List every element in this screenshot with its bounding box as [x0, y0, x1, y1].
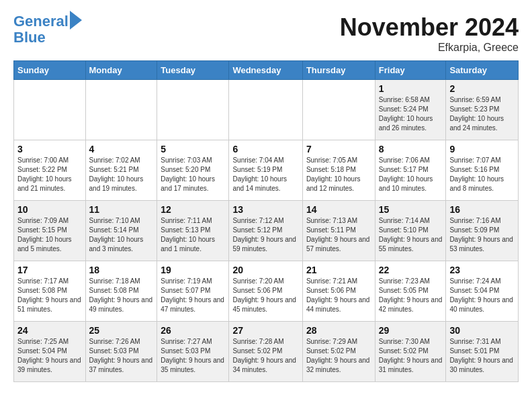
day-info: Sunrise: 6:58 AM Sunset: 5:24 PM Dayligh… — [379, 95, 443, 133]
calendar-cell: 21Sunrise: 7:21 AM Sunset: 5:06 PM Dayli… — [302, 261, 375, 322]
day-info: Sunrise: 6:59 AM Sunset: 5:23 PM Dayligh… — [449, 95, 515, 133]
day-info: Sunrise: 7:02 AM Sunset: 5:21 PM Dayligh… — [89, 156, 154, 193]
calendar-cell: 17Sunrise: 7:17 AM Sunset: 5:08 PM Dayli… — [14, 261, 86, 322]
calendar-cell: 27Sunrise: 7:28 AM Sunset: 5:02 PM Dayli… — [229, 322, 302, 382]
day-number: 8 — [379, 144, 443, 154]
day-info: Sunrise: 7:07 AM Sunset: 5:16 PM Dayligh… — [449, 156, 515, 193]
day-number: 15 — [379, 204, 443, 215]
calendar-week-row: 3Sunrise: 7:00 AM Sunset: 5:22 PM Daylig… — [14, 140, 519, 201]
day-info: Sunrise: 7:29 AM Sunset: 5:02 PM Dayligh… — [306, 337, 371, 375]
calendar-cell — [229, 80, 302, 140]
day-number: 1 — [379, 83, 443, 94]
calendar-week-row: 10Sunrise: 7:09 AM Sunset: 5:15 PM Dayli… — [14, 201, 519, 261]
calendar-cell: 29Sunrise: 7:30 AM Sunset: 5:02 PM Dayli… — [375, 322, 446, 382]
day-info: Sunrise: 7:30 AM Sunset: 5:02 PM Dayligh… — [379, 337, 443, 375]
weekday-header: Tuesday — [157, 61, 229, 80]
calendar-cell — [85, 80, 157, 140]
day-info: Sunrise: 7:20 AM Sunset: 5:06 PM Dayligh… — [232, 277, 298, 314]
calendar-cell: 6Sunrise: 7:04 AM Sunset: 5:19 PM Daylig… — [229, 140, 302, 201]
day-number: 12 — [161, 204, 225, 215]
calendar-cell: 30Sunrise: 7:31 AM Sunset: 5:01 PM Dayli… — [446, 322, 519, 382]
calendar-cell: 5Sunrise: 7:03 AM Sunset: 5:20 PM Daylig… — [157, 140, 229, 201]
calendar-cell: 2Sunrise: 6:59 AM Sunset: 5:23 PM Daylig… — [446, 80, 519, 140]
day-info: Sunrise: 7:03 AM Sunset: 5:20 PM Dayligh… — [161, 156, 225, 193]
day-info: Sunrise: 7:14 AM Sunset: 5:10 PM Dayligh… — [379, 216, 443, 254]
calendar-cell: 3Sunrise: 7:00 AM Sunset: 5:22 PM Daylig… — [14, 140, 86, 201]
calendar-table: SundayMondayTuesdayWednesdayThursdayFrid… — [13, 60, 519, 382]
logo-arrow-icon — [70, 11, 82, 30]
calendar-cell: 19Sunrise: 7:19 AM Sunset: 5:07 PM Dayli… — [157, 261, 229, 322]
calendar-cell: 10Sunrise: 7:09 AM Sunset: 5:15 PM Dayli… — [14, 201, 86, 261]
day-info: Sunrise: 7:26 AM Sunset: 5:03 PM Dayligh… — [89, 337, 154, 375]
day-info: Sunrise: 7:24 AM Sunset: 5:04 PM Dayligh… — [449, 277, 515, 314]
day-number: 26 — [161, 325, 225, 336]
day-number: 29 — [379, 325, 443, 336]
calendar-week-row: 1Sunrise: 6:58 AM Sunset: 5:24 PM Daylig… — [14, 80, 519, 140]
day-number: 16 — [449, 204, 515, 215]
calendar-cell: 26Sunrise: 7:27 AM Sunset: 5:03 PM Dayli… — [157, 322, 229, 382]
weekday-header: Sunday — [14, 61, 86, 80]
calendar-cell: 23Sunrise: 7:24 AM Sunset: 5:04 PM Dayli… — [446, 261, 519, 322]
calendar-cell: 25Sunrise: 7:26 AM Sunset: 5:03 PM Dayli… — [85, 322, 157, 382]
day-info: Sunrise: 7:06 AM Sunset: 5:17 PM Dayligh… — [379, 156, 443, 193]
day-info: Sunrise: 7:16 AM Sunset: 5:09 PM Dayligh… — [449, 216, 515, 254]
calendar-cell — [302, 80, 375, 140]
day-info: Sunrise: 7:21 AM Sunset: 5:06 PM Dayligh… — [306, 277, 371, 314]
page-header: General Blue November 2024 Efkarpia, Gre… — [13, 13, 519, 54]
calendar-cell: 24Sunrise: 7:25 AM Sunset: 5:04 PM Dayli… — [14, 322, 86, 382]
calendar-cell: 12Sunrise: 7:11 AM Sunset: 5:13 PM Dayli… — [157, 201, 229, 261]
calendar-cell: 18Sunrise: 7:18 AM Sunset: 5:08 PM Dayli… — [85, 261, 157, 322]
day-info: Sunrise: 7:11 AM Sunset: 5:13 PM Dayligh… — [161, 216, 225, 254]
calendar-cell — [157, 80, 229, 140]
day-number: 20 — [232, 265, 298, 275]
location-subtitle: Efkarpia, Greece — [340, 42, 519, 54]
calendar-cell: 1Sunrise: 6:58 AM Sunset: 5:24 PM Daylig… — [375, 80, 446, 140]
day-info: Sunrise: 7:25 AM Sunset: 5:04 PM Dayligh… — [17, 337, 82, 375]
calendar-week-row: 24Sunrise: 7:25 AM Sunset: 5:04 PM Dayli… — [14, 322, 519, 382]
calendar-cell: 22Sunrise: 7:23 AM Sunset: 5:05 PM Dayli… — [375, 261, 446, 322]
day-info: Sunrise: 7:27 AM Sunset: 5:03 PM Dayligh… — [161, 337, 225, 375]
day-number: 24 — [17, 325, 82, 336]
day-number: 23 — [449, 265, 515, 275]
calendar-cell — [14, 80, 86, 140]
calendar-cell: 7Sunrise: 7:05 AM Sunset: 5:18 PM Daylig… — [302, 140, 375, 201]
day-number: 10 — [17, 204, 82, 215]
weekday-header: Thursday — [302, 61, 375, 80]
day-number: 27 — [232, 325, 298, 336]
calendar-cell: 11Sunrise: 7:10 AM Sunset: 5:14 PM Dayli… — [85, 201, 157, 261]
day-info: Sunrise: 7:19 AM Sunset: 5:07 PM Dayligh… — [161, 277, 225, 314]
day-info: Sunrise: 7:00 AM Sunset: 5:22 PM Dayligh… — [17, 156, 82, 193]
calendar-cell: 9Sunrise: 7:07 AM Sunset: 5:16 PM Daylig… — [446, 140, 519, 201]
day-info: Sunrise: 7:13 AM Sunset: 5:11 PM Dayligh… — [306, 216, 371, 254]
day-info: Sunrise: 7:04 AM Sunset: 5:19 PM Dayligh… — [232, 156, 298, 193]
day-info: Sunrise: 7:23 AM Sunset: 5:05 PM Dayligh… — [379, 277, 443, 314]
day-info: Sunrise: 7:18 AM Sunset: 5:08 PM Dayligh… — [89, 277, 154, 314]
day-number: 5 — [161, 144, 225, 154]
calendar-cell: 20Sunrise: 7:20 AM Sunset: 5:06 PM Dayli… — [229, 261, 302, 322]
calendar-cell: 16Sunrise: 7:16 AM Sunset: 5:09 PM Dayli… — [446, 201, 519, 261]
day-number: 30 — [449, 325, 515, 336]
day-number: 4 — [89, 144, 154, 154]
calendar-cell: 8Sunrise: 7:06 AM Sunset: 5:17 PM Daylig… — [375, 140, 446, 201]
weekday-header: Wednesday — [229, 61, 302, 80]
day-number: 28 — [306, 325, 371, 336]
day-info: Sunrise: 7:17 AM Sunset: 5:08 PM Dayligh… — [17, 277, 82, 314]
day-info: Sunrise: 7:10 AM Sunset: 5:14 PM Dayligh… — [89, 216, 154, 254]
day-number: 17 — [17, 265, 82, 275]
logo-text: General — [13, 13, 69, 30]
calendar-cell: 15Sunrise: 7:14 AM Sunset: 5:10 PM Dayli… — [375, 201, 446, 261]
logo: General Blue — [13, 13, 82, 46]
day-number: 18 — [89, 265, 154, 275]
day-number: 7 — [306, 144, 371, 154]
day-number: 14 — [306, 204, 371, 215]
day-info: Sunrise: 7:31 AM Sunset: 5:01 PM Dayligh… — [449, 337, 515, 375]
calendar-header-row: SundayMondayTuesdayWednesdayThursdayFrid… — [14, 61, 519, 80]
calendar-cell: 13Sunrise: 7:12 AM Sunset: 5:12 PM Dayli… — [229, 201, 302, 261]
logo-text2: Blue — [13, 30, 46, 46]
weekday-header: Friday — [375, 61, 446, 80]
title-area: November 2024 Efkarpia, Greece — [340, 13, 519, 54]
calendar-cell: 28Sunrise: 7:29 AM Sunset: 5:02 PM Dayli… — [302, 322, 375, 382]
day-number: 21 — [306, 265, 371, 275]
weekday-header: Saturday — [446, 61, 519, 80]
calendar-week-row: 17Sunrise: 7:17 AM Sunset: 5:08 PM Dayli… — [14, 261, 519, 322]
